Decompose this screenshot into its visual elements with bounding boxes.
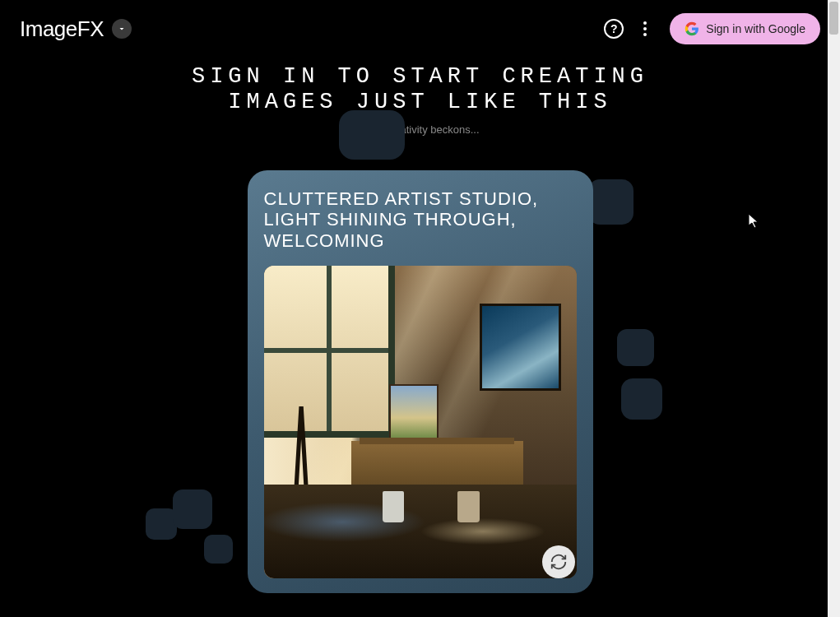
chevron-down-icon (117, 24, 127, 34)
google-icon (685, 21, 699, 36)
generated-image (264, 266, 577, 578)
more-menu-icon[interactable] (643, 21, 647, 36)
refresh-button[interactable] (542, 545, 575, 578)
signin-label: Sign in with Google (706, 22, 805, 35)
app-logo: ImageFX (20, 16, 104, 42)
example-card: CLUTTERED ARTIST STUDIO, LIGHT SHINING T… (248, 170, 593, 593)
refresh-icon (550, 553, 568, 571)
signin-button[interactable]: Sign in with Google (670, 13, 820, 44)
card-prompt: CLUTTERED ARTIST STUDIO, LIGHT SHINING T… (264, 188, 577, 251)
help-icon[interactable]: ? (604, 19, 624, 39)
mouse-cursor (749, 214, 760, 229)
header: ImageFX ? Sign in with Google (0, 0, 840, 58)
logo-dropdown[interactable] (112, 19, 132, 39)
